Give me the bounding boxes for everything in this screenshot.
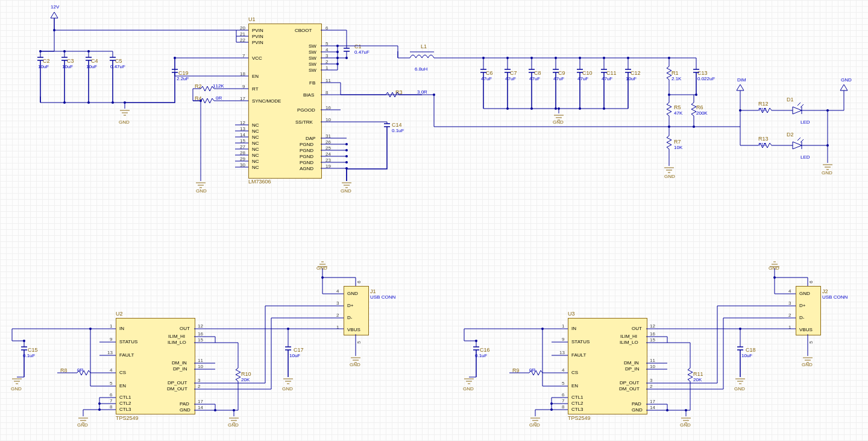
j1-num-1: 1	[336, 325, 339, 330]
j2-pin-dm: D-	[799, 315, 804, 320]
j1-pin-dm: D-	[347, 315, 352, 320]
u1-num-28: 28	[240, 150, 245, 156]
j1-num-4: 4	[336, 288, 339, 294]
svg-point-41	[826, 109, 829, 112]
svg-point-57	[773, 276, 776, 279]
r9-val: 0R	[529, 367, 535, 373]
svg-point-48	[287, 328, 289, 330]
c13-ref: C13	[697, 70, 708, 76]
u3-num-12: 12	[650, 323, 655, 329]
gnd-lbl-8: GND	[77, 422, 88, 428]
svg-point-7	[124, 101, 126, 104]
svg-point-45	[98, 408, 101, 411]
u1-pin-nc3: NC	[252, 135, 259, 140]
c3-ref: C3	[67, 58, 74, 64]
u3-num-6: 6	[562, 392, 564, 398]
c4-val: 10uF	[86, 64, 97, 69]
gnd-lbl-10: GND	[282, 386, 293, 392]
u3-pin-ctl3: CTL3	[571, 407, 583, 412]
u3-pin-dmout: DM_OUT	[619, 386, 640, 392]
svg-point-49	[321, 276, 324, 279]
svg-point-33	[433, 94, 435, 96]
u3-num-15: 15	[650, 337, 655, 343]
c5-ref: C5	[115, 58, 122, 64]
u3-pin-ilimlo: ILIM_LO	[620, 340, 638, 345]
u2-pin-gnd: GND	[180, 407, 190, 413]
svg-point-56	[739, 328, 741, 330]
u3-num-9: 9	[562, 337, 564, 342]
c17-val: 10uF	[289, 353, 300, 358]
u2-pin-ctl2: CTL2	[119, 401, 131, 406]
u3-num-7: 7	[562, 398, 564, 404]
u1-num-20: 20	[240, 25, 245, 31]
u1-pin-dap: DAP	[306, 136, 315, 141]
r6-val: 200K	[696, 110, 708, 116]
gnd-lbl-12: GND	[350, 362, 360, 367]
r3-val: 3.0R	[417, 89, 427, 95]
r3-ref: R3	[395, 89, 403, 95]
j1-pin-dp: D+	[347, 303, 353, 308]
gnd-lbl-5: GND	[664, 174, 675, 179]
c18-ref: C18	[746, 347, 756, 353]
u2-num-12: 12	[198, 323, 203, 329]
u1-num-7: 7	[242, 53, 245, 59]
c8-ref: C8	[534, 70, 541, 76]
u3-pin-cs: CS	[571, 370, 578, 375]
r8-val: 0R	[77, 367, 83, 373]
r2-val: 112K	[213, 83, 224, 89]
svg-point-38	[345, 167, 348, 170]
gnd-lbl-2: GND	[196, 188, 207, 194]
u2-part: TPS2549	[116, 415, 139, 421]
u3-pin-dpout: DP_OUT	[620, 380, 639, 385]
j1-num-6: 6	[356, 281, 362, 283]
u3-num-16: 16	[650, 331, 655, 337]
u1-num-13: 13	[240, 126, 245, 132]
r2-ref: R2	[195, 83, 202, 89]
svg-point-3	[39, 50, 42, 52]
u2-pin-en: EN	[119, 383, 126, 389]
svg-point-12	[336, 57, 339, 59]
u2-num-8: 8	[110, 404, 112, 410]
r4-ref: R4	[195, 95, 202, 101]
j2-ref: J2	[822, 288, 828, 294]
u3-num-14: 14	[650, 405, 655, 410]
j2-num-2: 2	[788, 313, 791, 318]
gnd-lbl-13: GND	[463, 386, 474, 392]
r7-ref: R7	[674, 139, 681, 145]
u1-part: LM73606	[248, 179, 271, 185]
u1-pin-pgnd1: PGND	[300, 142, 313, 147]
svg-point-28	[668, 57, 670, 59]
u2-num-5: 5	[110, 381, 112, 386]
u2-pin-fault: FAULT	[119, 352, 134, 358]
u1-num-27: 27	[240, 144, 245, 150]
u1-pin-en: EN	[252, 74, 259, 79]
c19-ref: C19	[178, 70, 189, 76]
u2-num-4: 4	[110, 367, 112, 373]
svg-point-29	[668, 94, 670, 96]
u1-num-18: 18	[240, 71, 245, 77]
u1-pin-nc1: NC	[252, 122, 259, 128]
svg-point-20	[603, 57, 605, 59]
u2-pin-cs: CS	[119, 370, 126, 375]
svg-point-37	[345, 161, 348, 163]
u3-ref: U3	[568, 311, 575, 317]
u1-pin-rt: RT	[252, 86, 259, 92]
u3-num-13: 13	[559, 350, 565, 355]
j1-num-3: 3	[336, 300, 339, 306]
u1-num-16: 16	[326, 105, 331, 110]
svg-point-47	[233, 409, 235, 411]
gnd-lbl-11: GND	[316, 265, 327, 271]
u1-num-9: 9	[242, 84, 245, 89]
svg-point-19	[579, 57, 581, 59]
u1-num-6: 6	[326, 25, 328, 31]
d1-ref: D1	[787, 97, 794, 103]
u3-num-3: 3	[650, 378, 652, 383]
u1-pin-sw1: SW	[309, 43, 316, 49]
u2-num-10: 10	[198, 364, 203, 369]
u2-pin-dpout: DP_OUT	[168, 380, 187, 385]
u1-num-26: 26	[326, 139, 331, 145]
svg-point-23	[530, 107, 533, 110]
gnd-lbl-3: GND	[341, 188, 351, 194]
u2-pin-pad: PAD	[180, 401, 189, 407]
gnd-lbl-18: GND	[802, 362, 813, 367]
